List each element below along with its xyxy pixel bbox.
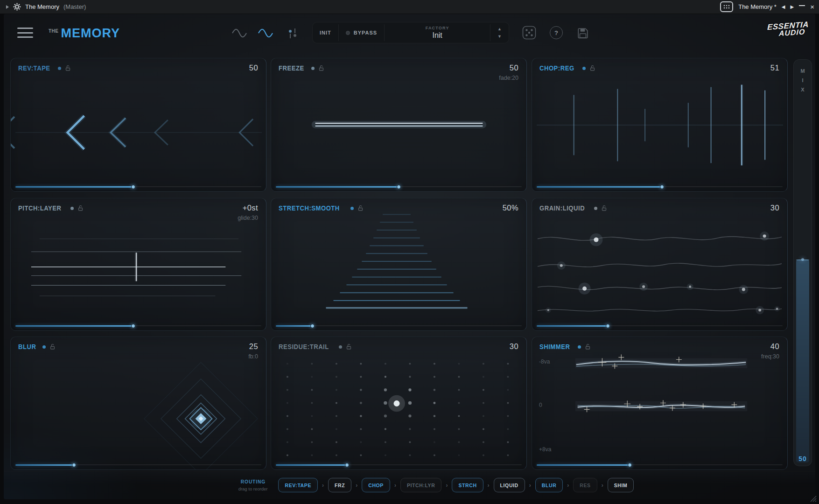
panel-value[interactable]: 25 [249, 342, 258, 351]
panel-value[interactable]: 30 [770, 203, 779, 212]
panel-slider[interactable] [276, 323, 522, 328]
slider-handle[interactable] [72, 463, 76, 467]
slider-handle[interactable] [131, 324, 135, 328]
slider-handle[interactable] [397, 185, 401, 189]
resize-grip[interactable] [809, 494, 817, 502]
prev-plugin-button[interactable]: ◀ [782, 4, 785, 9]
lock-open-icon[interactable] [346, 344, 351, 350]
panel-slider[interactable] [537, 323, 783, 328]
track-subtitle: (Master) [63, 3, 86, 10]
lock-open-icon[interactable] [50, 344, 55, 350]
panel-slider[interactable] [15, 462, 261, 467]
enable-dot[interactable] [582, 67, 586, 70]
lock-open-icon[interactable] [78, 205, 83, 211]
enable-dot[interactable] [594, 207, 597, 210]
init-button[interactable]: INIT [313, 22, 338, 43]
panel-value[interactable]: 40 [770, 342, 779, 351]
residue-trail-visualization [271, 337, 526, 469]
shimmer-visualization [532, 337, 787, 469]
enable-dot[interactable] [578, 345, 581, 349]
lock-open-icon[interactable] [590, 65, 595, 71]
enable-dot[interactable] [42, 345, 46, 349]
panel-slider[interactable] [276, 184, 522, 189]
panel-value[interactable]: 51 [770, 63, 779, 72]
routing-chip-rev-tape[interactable]: REV:TAPE [278, 478, 318, 492]
panel-title[interactable]: SHIMMER [539, 343, 570, 350]
close-button[interactable]: × [810, 3, 814, 10]
lock-open-icon[interactable] [585, 344, 590, 350]
enable-dot[interactable] [311, 67, 315, 70]
panel-value[interactable]: 30 [510, 342, 518, 351]
panel-title[interactable]: REV:TAPE [18, 64, 50, 72]
routing-chip-blur[interactable]: BLUR [535, 478, 563, 492]
panel-slider[interactable] [537, 184, 783, 189]
routing-chip-liquid[interactable]: LIQUID [494, 478, 525, 492]
enable-dot[interactable] [350, 207, 354, 210]
panel-title[interactable]: BLUR [18, 343, 36, 350]
panel-slider[interactable] [276, 462, 522, 467]
mix-slider[interactable]: MIX 50 [793, 59, 812, 466]
minimize-button[interactable] [799, 5, 805, 6]
scatter-icon[interactable] [286, 26, 299, 40]
routing-chip-strch[interactable]: STRCH [452, 478, 483, 492]
preset-next-button[interactable]: ▼ [497, 35, 502, 39]
panel-sub-value[interactable]: glide:30 [238, 215, 258, 221]
lock-open-icon[interactable] [319, 65, 324, 71]
help-icon[interactable]: ? [550, 26, 563, 39]
save-icon[interactable] [576, 27, 589, 40]
routing-chip-shim[interactable]: SHIM [608, 478, 634, 492]
enable-dot[interactable] [339, 345, 342, 349]
routing-chip-frz[interactable]: FRZ [328, 478, 351, 492]
routing-chip-chop[interactable]: CHOP [362, 478, 390, 492]
panel-slider[interactable] [15, 184, 261, 189]
routing-chip-pitch-lyr[interactable]: PITCH:LYR [400, 478, 441, 492]
enable-dot[interactable] [58, 67, 61, 70]
panel-value[interactable]: 50 [249, 63, 258, 72]
keyboard-icon[interactable] [720, 1, 733, 12]
panel-title[interactable]: PITCH:LAYER [18, 204, 61, 212]
panel-slider[interactable] [537, 462, 783, 467]
lock-open-icon[interactable] [65, 65, 70, 71]
chevron-right-icon: › [602, 482, 603, 489]
sine-wave-active-icon[interactable] [257, 26, 274, 40]
octave-label-zero: 0 [539, 402, 542, 408]
panel-sub-value[interactable]: freq:30 [761, 353, 779, 360]
slider-handle[interactable] [606, 324, 610, 328]
lock-open-icon[interactable] [358, 205, 363, 211]
panel-residue-trail: RESIDUE:TRAIL 30 [271, 336, 527, 470]
lock-open-icon[interactable] [602, 205, 607, 211]
run-icon[interactable] [6, 5, 9, 9]
dice-icon[interactable] [522, 26, 536, 40]
bypass-button[interactable]: BYPASS [339, 22, 384, 43]
panel-title[interactable]: RESIDUE:TRAIL [279, 343, 329, 350]
gear-icon[interactable] [13, 3, 21, 11]
slider-handle[interactable] [131, 185, 135, 189]
panel-value[interactable]: +0st [243, 203, 258, 212]
slider-handle[interactable] [660, 185, 664, 189]
panel-grain-liquid: GRAIN:LIQUID 30 [532, 198, 788, 331]
panel-slider[interactable] [15, 323, 261, 328]
menu-icon[interactable] [17, 28, 33, 38]
routing-chip-res[interactable]: RES [573, 478, 597, 492]
panel-title[interactable]: FREEZE [279, 64, 304, 72]
next-plugin-button[interactable]: ▶ [791, 4, 794, 9]
enable-dot[interactable] [70, 207, 74, 210]
slider-handle[interactable] [345, 463, 349, 467]
panel-sub-value[interactable]: fb:0 [248, 353, 258, 360]
panel-title[interactable]: STRETCH:SMOOTH [279, 204, 340, 212]
mix-label: MIX [794, 68, 812, 92]
preset-prev-button[interactable]: ▲ [497, 27, 502, 31]
preset-selector[interactable]: FACTORY Init [385, 22, 490, 43]
panel-value[interactable]: 50% [503, 203, 518, 212]
mix-value: 50 [794, 455, 812, 462]
freeze-visualization [271, 58, 526, 191]
slider-handle[interactable] [628, 463, 632, 467]
panel-value[interactable]: 50 [510, 63, 518, 72]
panel-title[interactable]: CHOP:REG [539, 64, 574, 72]
sine-wave-icon[interactable] [231, 26, 248, 40]
preset-bar: INIT BYPASS FACTORY Init ▲ ▼ [312, 22, 509, 43]
panel-sub-value[interactable]: fade:20 [499, 75, 518, 81]
panel-title[interactable]: GRAIN:LIQUID [539, 204, 585, 212]
slider-handle[interactable] [310, 324, 315, 328]
octave-label-up: +8va [539, 446, 551, 453]
